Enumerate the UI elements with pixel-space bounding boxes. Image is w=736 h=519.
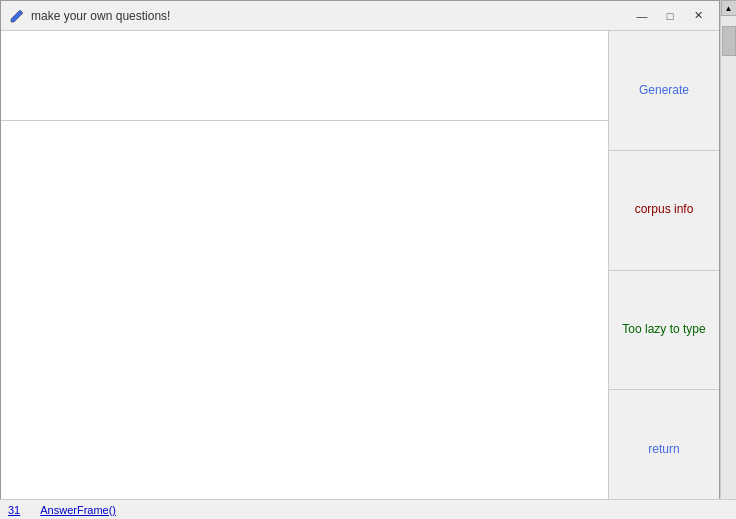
too-lazy-button[interactable]: Too lazy to type xyxy=(609,271,719,391)
window-title: make your own questions! xyxy=(31,9,170,23)
taskbar: 31 AnswerFrame() xyxy=(0,499,736,519)
output-area xyxy=(1,121,608,509)
taskbar-item-2[interactable]: AnswerFrame() xyxy=(40,504,116,516)
scroll-track xyxy=(721,16,737,503)
main-panel xyxy=(1,31,609,509)
close-button[interactable]: ✕ xyxy=(685,6,711,26)
pencil-icon xyxy=(9,8,25,24)
generate-button[interactable]: Generate xyxy=(609,31,719,151)
minimize-button[interactable]: — xyxy=(629,6,655,26)
maximize-button[interactable]: □ xyxy=(657,6,683,26)
scroll-thumb[interactable] xyxy=(722,26,736,56)
scrollbar[interactable]: ▲ ▼ xyxy=(720,0,736,519)
title-bar: make your own questions! — □ ✕ xyxy=(1,1,719,31)
corpus-info-button[interactable]: corpus info xyxy=(609,151,719,271)
window-controls: — □ ✕ xyxy=(629,6,711,26)
title-bar-left: make your own questions! xyxy=(9,8,170,24)
content-area: Generate corpus info Too lazy to type re… xyxy=(1,31,719,509)
main-window: make your own questions! — □ ✕ Generate … xyxy=(0,0,720,510)
scroll-up-arrow[interactable]: ▲ xyxy=(721,0,737,16)
sidebar: Generate corpus info Too lazy to type re… xyxy=(609,31,719,509)
input-area xyxy=(1,31,608,121)
question-input[interactable] xyxy=(9,39,600,112)
taskbar-item-1[interactable]: 31 xyxy=(8,504,20,516)
return-button[interactable]: return xyxy=(609,390,719,509)
